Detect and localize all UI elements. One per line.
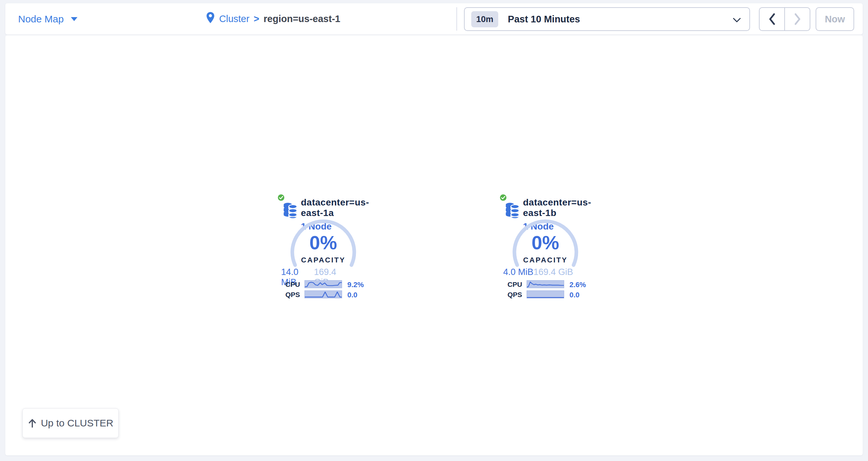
header-divider [457,7,457,31]
cpu-value: 2.6% [569,281,586,289]
time-prev-button[interactable] [760,8,784,30]
check-circle-icon [277,193,285,203]
datacenter-group-us-east-1b[interactable]: datacenter=us-east-1b 1 Node 0% CAPACITY… [502,193,601,305]
check-circle-icon [499,193,507,203]
qps-label: QPS [285,291,300,299]
chevron-left-icon [769,13,776,25]
location-pin-icon [206,11,215,26]
arrow-up-icon [28,418,37,428]
cpu-metric-row: CPU 2.6% [502,280,601,289]
breadcrumb-current: region=us-east-1 [264,13,340,24]
breadcrumb-cluster-link[interactable]: Cluster [219,13,249,24]
view-selector-label: Node Map [18,13,64,25]
cpu-sparkline [305,280,342,288]
now-button[interactable]: Now [816,7,854,31]
qps-sparkline [527,290,564,298]
qps-metric-row: QPS 0.0 [502,290,601,299]
capacity-used: 4.0 MiB [503,267,533,277]
datacenter-title: datacenter=us-east-1b [523,197,601,218]
up-to-cluster-button[interactable]: Up to CLUSTER [23,408,119,438]
capacity-caption: CAPACITY [502,256,589,264]
capacity-total: 169.4 GiB [533,267,573,277]
time-step-buttons [759,7,810,31]
cpu-label: CPU [285,281,300,289]
chevron-right-icon [794,13,801,25]
capacity-percent: 0% [280,231,367,254]
cpu-label: CPU [507,281,522,289]
datacenter-title: datacenter=us-east-1a [301,197,379,218]
qps-sparkline [305,290,342,298]
qps-value: 0.0 [347,291,358,299]
breadcrumb: Cluster > region=us-east-1 [206,3,340,35]
cpu-metric-row: CPU 9.2% [280,280,379,289]
caret-down-icon [71,17,78,21]
chevron-down-icon [733,18,741,24]
cpu-value: 9.2% [347,281,364,289]
qps-label: QPS [507,291,522,299]
qps-metric-row: QPS 0.0 [280,290,379,299]
header-bar: Node Map Cluster > region=us-east-1 10m … [5,3,863,35]
cpu-sparkline [527,280,564,288]
capacity-caption: CAPACITY [280,256,367,264]
node-map-canvas: datacenter=us-east-1a 1 Node 0% CAPACITY… [5,35,863,455]
capacity-percent: 0% [502,231,589,254]
time-range-badge: 10m [471,11,498,27]
time-next-button[interactable] [784,8,810,30]
now-button-label: Now [825,14,845,25]
capacity-usage-row: 4.0 MiB 169.4 GiB [503,267,573,277]
time-range-label: Past 10 Minutes [508,14,580,25]
datacenter-group-us-east-1a[interactable]: datacenter=us-east-1a 1 Node 0% CAPACITY… [280,193,379,305]
breadcrumb-separator: > [254,13,259,24]
qps-value: 0.0 [569,291,580,299]
up-to-cluster-label: Up to CLUSTER [41,418,113,429]
time-range-dropdown[interactable]: 10m Past 10 Minutes [464,7,750,31]
view-selector-dropdown[interactable]: Node Map [18,3,78,35]
